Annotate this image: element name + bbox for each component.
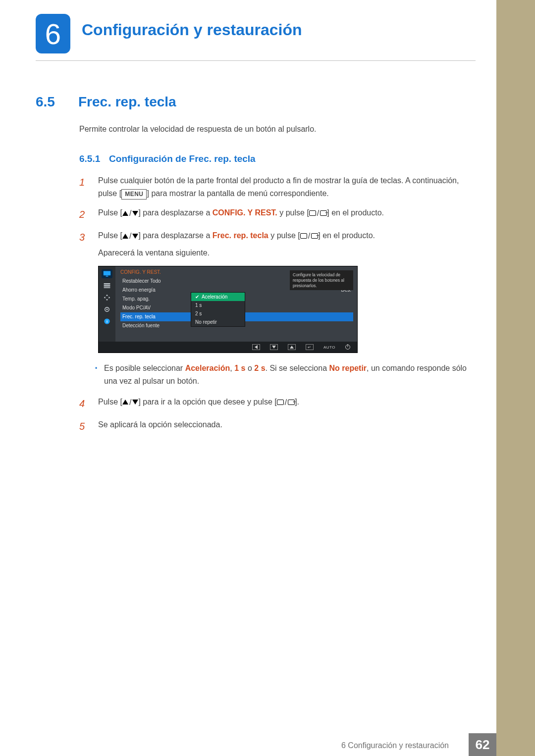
osd-item: Temp. apag. <box>122 295 150 303</box>
note-d: 1 s <box>234 364 245 372</box>
up-down-arrows-icon: / <box>122 207 138 220</box>
note-a: Es posible seleccionar <box>104 364 185 372</box>
up-down-arrows-icon: / <box>122 230 138 243</box>
step-3: 3 Pulse [/] para desplazarse a Frec. rep… <box>79 229 472 259</box>
step-3-text-c: y pulse [ <box>268 231 300 240</box>
step-2-text-b: ] para desplazarse a <box>138 208 212 217</box>
svg-marker-8 <box>109 297 110 299</box>
osd-gear-icon <box>102 305 112 314</box>
step-5-text: Se aplicará la opción seleccionada. <box>98 418 472 434</box>
osd-item: Detección fuente <box>122 321 160 330</box>
step-number: 4 <box>79 396 88 411</box>
note-h: No repetir <box>329 364 367 372</box>
step-2: 2 Pulse [/] para desplazarse a CONFIG. Y… <box>79 206 472 222</box>
osd-item: Ahorro energía <box>122 286 156 295</box>
step-3-text-a: Pulse [ <box>98 231 122 240</box>
osd-tooltip: Configure la velocidad de respuesta de l… <box>290 270 353 290</box>
note-e: o <box>246 364 255 372</box>
step-4-text-b: ] para ir a la opción que desee y pulse … <box>138 398 276 406</box>
osd-monitor-icon <box>102 269 112 278</box>
subsection-number: 6.5.1 <box>79 153 100 164</box>
chapter-title: Configuración y restauración <box>82 21 302 39</box>
step-2-text-d: ] en el producto. <box>327 208 384 217</box>
step-2-text-a: Pulse [ <box>98 208 122 217</box>
osd-info-icon: i <box>102 317 112 326</box>
osd-popup-item: 2 s <box>195 311 202 316</box>
step-number: 1 <box>79 174 88 200</box>
osd-item: Restablecer Todo <box>122 277 161 286</box>
svg-point-10 <box>107 309 108 310</box>
osd-arrows-icon <box>102 293 112 302</box>
step-1: 1 Pulse cualquier botón de la parte fron… <box>79 174 472 200</box>
note-b: Aceleración <box>185 364 230 372</box>
enter-source-icon: / <box>309 207 327 220</box>
svg-rect-0 <box>104 271 110 276</box>
step-number: 3 <box>79 229 88 259</box>
osd-left-icon <box>252 344 260 350</box>
subsection-title: Configuración de Frec. rep. tecla <box>109 153 256 164</box>
osd-popup-item: No repetir <box>195 319 217 325</box>
svg-marker-7 <box>104 297 106 299</box>
check-icon: ✔ <box>195 294 199 300</box>
osd-item-selected: Frec. rep. tecla <box>122 312 156 321</box>
section-title: Frec. rep. tecla <box>78 94 176 110</box>
osd-up-icon <box>288 344 296 350</box>
osd-power-icon <box>345 345 350 350</box>
enter-source-icon: / <box>277 396 295 409</box>
note-f: 2 s <box>254 364 265 372</box>
osd-enter-icon: ↵ <box>306 344 314 350</box>
svg-rect-4 <box>104 288 110 289</box>
note-c: , <box>230 364 234 372</box>
step-5: 5 Se aplicará la opción seleccionada. <box>79 418 472 434</box>
svg-rect-3 <box>104 286 110 287</box>
step-number: 2 <box>79 206 88 222</box>
side-band <box>496 0 535 756</box>
osd-popup: ✔Aceleración 1 s 2 s No repetir <box>191 292 245 327</box>
chapter-badge: 6 <box>36 14 70 53</box>
chapter-number: 6 <box>45 17 61 50</box>
enter-source-icon: / <box>300 230 318 243</box>
osd-item: Modo PC/AV <box>122 303 151 312</box>
svg-rect-1 <box>106 276 108 277</box>
menu-key-icon: MENU <box>121 189 147 200</box>
step-3-tail: Aparecerá la ventana siguiente. <box>98 247 472 259</box>
svg-rect-2 <box>104 284 110 285</box>
step-2-strong: CONFIG. Y REST. <box>213 208 277 217</box>
step-1-text-b: ] para mostrar la pantalla de menú corre… <box>147 189 328 198</box>
osd-popup-item: 1 s <box>195 302 202 308</box>
step-2-text-c: y pulse [ <box>277 208 309 217</box>
section-number: 6.5 <box>36 94 64 110</box>
osd-icon-column: i <box>99 266 115 342</box>
step-3-text-b: ] para desplazarse a <box>138 231 212 240</box>
section-intro: Permite controlar la velocidad de respue… <box>79 125 472 134</box>
osd-down-icon <box>270 344 278 350</box>
footer-chapter-label: 6 Configuración y restauración <box>341 741 449 750</box>
page-number: 62 <box>469 733 496 756</box>
osd-list-icon <box>102 281 112 290</box>
svg-text:i: i <box>107 319 107 324</box>
osd-screenshot: i CONFIG. Y REST. Restablecer Todo Ahorr… <box>98 266 358 353</box>
header-rule <box>36 60 476 61</box>
svg-marker-6 <box>106 300 108 301</box>
osd-popup-item: Aceleración <box>202 294 227 300</box>
up-down-arrows-icon: / <box>122 396 138 409</box>
osd-auto-label: AUTO <box>323 345 335 350</box>
note-bullet: Es posible seleccionar Aceleración, 1 s … <box>104 362 472 387</box>
note-g: . Si se selecciona <box>266 364 329 372</box>
osd-bottom-bar: ↵ AUTO <box>99 342 357 353</box>
step-4-text-a: Pulse [ <box>98 398 122 406</box>
step-3-strong: Frec. rep. tecla <box>213 231 268 240</box>
step-number: 5 <box>79 418 88 434</box>
step-3-text-d: ] en el producto. <box>318 231 375 240</box>
step-4: 4 Pulse [/] para ir a la opción que dese… <box>79 396 472 411</box>
svg-marker-5 <box>106 295 108 296</box>
